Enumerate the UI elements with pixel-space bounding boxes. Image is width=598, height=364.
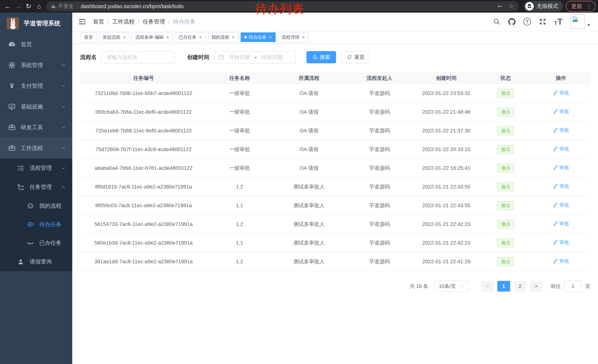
avatar[interactable] [570,15,585,29]
approve-link[interactable]: 审批 [553,90,569,96]
pencil-icon [553,165,558,170]
cell-process: 测试多审批人 [272,234,346,252]
reset-button[interactable]: 重置 [342,51,370,63]
browser-back-icon[interactable]: ← [3,1,13,11]
browser-home-icon[interactable]: ⌂ [34,1,44,11]
tab-process-detail[interactable]: 流程详情× [278,32,308,42]
font-size-icon[interactable]: TT [554,17,563,26]
cell-starter: 芋道源码 [346,252,413,271]
cell-created: 2022-01-21 22:42:23 [413,234,480,252]
approve-link[interactable]: 审批 [553,239,569,246]
cell-task-name: 一级审批 [207,140,272,159]
total-count: 共 16 条 [410,283,428,290]
breadcrumb-home[interactable]: 首页 [93,18,104,25]
security-label[interactable]: 不安全 [58,3,74,10]
chevron-down-icon [460,284,465,289]
approve-link[interactable]: 审批 [553,146,569,152]
update-label[interactable]: 更新 [571,3,582,10]
fullscreen-icon[interactable] [539,18,546,25]
page-button-1[interactable]: 1 [497,281,510,291]
page-button-2[interactable]: 2 [514,281,526,291]
sidebar: 芋道管理系统 首页 系统管理 ¥ 支付管理 基础设施 [0,13,72,364]
approve-link[interactable]: 审批 [553,108,569,115]
sidebar-item-system[interactable]: 系统管理 [0,55,72,75]
pencil-icon [553,240,558,245]
sidebar-item-devtools[interactable]: 研发工具 [0,117,72,138]
cell-starter: 芋道源码 [346,140,413,159]
end-date-input[interactable] [258,54,286,60]
next-page-button[interactable]: > [530,281,543,291]
sidebar-collapse-icon[interactable] [78,17,86,26]
cell-created: 2022-01-21 22:42:23 [413,215,480,234]
sidebar-item-my-process[interactable]: 我的流程 [0,197,72,215]
sidebar-item-todo-task[interactable]: 待办任务 [0,215,72,234]
cell-task-id: 069c6a63-7b8a-11ec-8ef0-acde48001122 [80,103,207,121]
tab-todo-task[interactable]: 待办任务× [241,32,276,42]
approve-link[interactable]: 审批 [553,220,569,227]
approve-link[interactable]: 审批 [553,164,569,171]
sidebar-item-home[interactable]: 首页 [0,34,72,55]
cell-created: 2022-01-22 18:25:41 [413,159,480,177]
sidebar-item-done-task[interactable]: 已办任务 [0,234,72,252]
search-icon[interactable] [493,18,500,25]
browser-forward-icon[interactable]: → [13,1,23,11]
search-button[interactable]: 搜索 [307,51,336,63]
table-row: 73211d9d-7b9b-11ec-b5b7-acde48001122 一级审… [80,84,590,103]
approve-link[interactable]: 审批 [553,258,569,264]
tab-process-form-edit[interactable]: 流程表单-编辑× [132,32,173,42]
cell-process: OA 请假 [272,159,346,177]
close-icon[interactable]: × [166,34,169,40]
col-process: 所属流程 [272,72,346,84]
close-icon[interactable]: × [199,34,202,40]
status-badge: 激活 [497,126,514,135]
sidebar-item-workflow[interactable]: 工作流程 [0,138,72,159]
tab-home[interactable]: 首页 [80,32,97,42]
status-badge: 激活 [497,182,514,191]
sidebar-item-payment[interactable]: ¥ 支付管理 [0,75,72,96]
tab-done-task[interactable]: 已办任务× [175,32,206,42]
user-avatar-menu[interactable]: ▾ [570,15,590,29]
date-range-picker[interactable]: - [214,51,296,63]
sidebar-item-infrastructure[interactable]: 基础设施 [0,96,72,117]
github-icon[interactable] [508,18,515,25]
page-size-select[interactable]: 10条/页 [434,281,469,292]
bookmark-star-icon[interactable]: ☆ [508,2,514,10]
goto-label: 前往 [551,283,561,290]
cell-process: OA 请假 [272,84,346,103]
app-logo-row[interactable]: 芋道管理系统 [0,13,72,34]
breadcrumb-separator: / [138,18,139,25]
tab-my-process[interactable]: 我的流程× [208,32,238,42]
table-row: 75d72608-7b7f-11ec-a3c8-acde48001122 一级审… [80,140,590,159]
cell-created: 2022-01-22 23:53:32 [413,84,480,103]
goto-page-input[interactable] [564,280,582,292]
approve-link[interactable]: 审批 [553,202,569,208]
approve-link[interactable]: 审批 [553,183,569,190]
breadcrumb-workflow[interactable]: 工作流程 [112,18,134,25]
tab-start-process[interactable]: 发起流程× [99,32,130,42]
chevron-down-icon [61,104,66,109]
breadcrumb-task-management[interactable]: 任务管理 [143,18,165,25]
sidebar-item-leave-query[interactable]: 请假查询 [0,252,72,271]
prev-page-button[interactable]: < [481,281,494,291]
sidebar-menu: 首页 系统管理 ¥ 支付管理 基础设施 研发工具 [0,34,72,271]
browser-reload-icon[interactable]: ↻ [23,1,34,11]
password-key-icon[interactable] [497,3,503,9]
browser-update-button[interactable]: 更新 ⋮ [566,1,595,12]
cell-starter: 芋道源码 [346,177,413,196]
close-icon[interactable]: × [123,34,126,40]
cell-task-name: 1.2 [207,177,272,196]
person-icon [17,258,25,266]
browser-menu-icon[interactable]: ⋮ [586,3,592,10]
sidebar-item-process-management[interactable]: 流程管理 [0,159,72,178]
eye-icon [27,221,34,228]
close-icon[interactable]: × [232,34,235,40]
close-icon[interactable]: × [269,34,272,40]
sidebar-item-task-management[interactable]: 任务管理 [0,178,72,197]
process-name-input[interactable] [101,51,175,63]
help-icon[interactable]: ? [523,18,531,25]
start-date-input[interactable] [225,54,254,60]
chevron-down-icon [61,63,66,68]
cell-process: OA 请假 [272,121,346,140]
approve-link[interactable]: 审批 [553,127,569,133]
close-icon[interactable]: × [302,34,305,40]
